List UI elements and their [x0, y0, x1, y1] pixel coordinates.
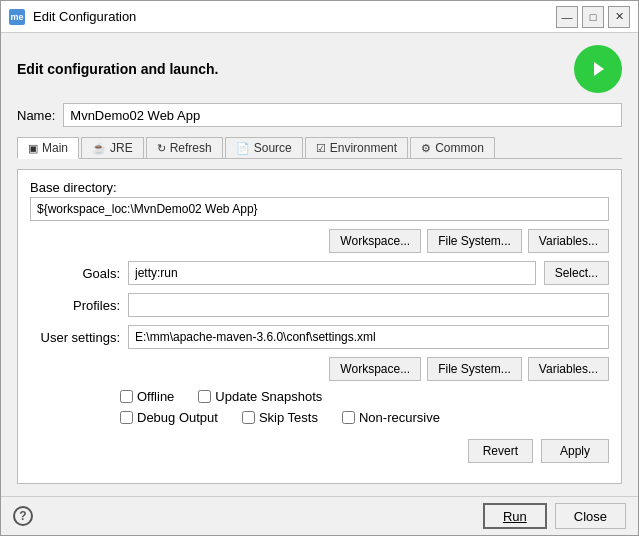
non-recursive-checkbox-item[interactable]: Non-recursive [342, 410, 440, 425]
base-directory-label: Base directory: [30, 180, 609, 195]
name-input[interactable] [63, 103, 622, 127]
checkbox-row-1: Offline Update Snapshots [120, 389, 609, 404]
tab-environment-label: Environment [330, 141, 397, 155]
tab-bar: ▣ Main ☕ JRE ↻ Refresh 📄 Source ☑ Enviro… [17, 137, 622, 159]
tab-refresh-label: Refresh [170, 141, 212, 155]
bottom-buttons: Revert Apply [30, 433, 609, 463]
file-system-button-1[interactable]: File System... [427, 229, 522, 253]
workspace-button-2[interactable]: Workspace... [329, 357, 421, 381]
update-snapshots-checkbox-item[interactable]: Update Snapshots [198, 389, 322, 404]
user-settings-buttons: Workspace... File System... Variables... [30, 357, 609, 381]
non-recursive-checkbox[interactable] [342, 411, 355, 424]
workspace-button-1[interactable]: Workspace... [329, 229, 421, 253]
maximize-button[interactable]: □ [582, 6, 604, 28]
go-button[interactable] [574, 45, 622, 93]
base-directory-section: Base directory: [30, 180, 609, 221]
tab-main-label: Main [42, 141, 68, 155]
select-button[interactable]: Select... [544, 261, 609, 285]
user-settings-input[interactable] [128, 325, 609, 349]
skip-tests-label: Skip Tests [259, 410, 318, 425]
minimize-button[interactable]: — [556, 6, 578, 28]
name-label: Name: [17, 108, 55, 123]
tab-common[interactable]: ⚙ Common [410, 137, 495, 158]
tab-refresh[interactable]: ↻ Refresh [146, 137, 223, 158]
tab-jre[interactable]: ☕ JRE [81, 137, 144, 158]
offline-checkbox[interactable] [120, 390, 133, 403]
update-snapshots-checkbox[interactable] [198, 390, 211, 403]
profiles-input[interactable] [128, 293, 609, 317]
base-directory-input[interactable] [30, 197, 609, 221]
user-settings-label: User settings: [30, 330, 120, 345]
goals-row: Goals: Select... [30, 261, 609, 285]
main-window: me Edit Configuration — □ ✕ Edit configu… [0, 0, 639, 536]
non-recursive-label: Non-recursive [359, 410, 440, 425]
window-controls: — □ ✕ [556, 6, 630, 28]
variables-button-1[interactable]: Variables... [528, 229, 609, 253]
checkbox-group: Offline Update Snapshots Debug Output Sk… [30, 389, 609, 425]
tab-environment[interactable]: ☑ Environment [305, 137, 408, 158]
main-tab-icon: ▣ [28, 142, 38, 155]
close-window-button[interactable]: ✕ [608, 6, 630, 28]
help-button[interactable]: ? [13, 506, 33, 526]
arrow-right-icon [586, 57, 610, 81]
dialog-title: Edit configuration and launch. [17, 61, 218, 77]
skip-tests-checkbox-item[interactable]: Skip Tests [242, 410, 318, 425]
run-button[interactable]: Run [483, 503, 547, 529]
title-bar: me Edit Configuration — □ ✕ [1, 1, 638, 33]
close-button[interactable]: Close [555, 503, 626, 529]
refresh-tab-icon: ↻ [157, 142, 166, 155]
common-tab-icon: ⚙ [421, 142, 431, 155]
profiles-label: Profiles: [30, 298, 120, 313]
window-title: Edit Configuration [33, 9, 548, 24]
app-icon: me [9, 9, 25, 25]
dialog-footer: ? Run Close [1, 496, 638, 535]
tab-source-label: Source [254, 141, 292, 155]
main-panel: Base directory: Workspace... File System… [17, 169, 622, 484]
debug-output-checkbox-item[interactable]: Debug Output [120, 410, 218, 425]
footer-buttons: Run Close [483, 503, 626, 529]
name-row: Name: [17, 103, 622, 127]
tab-jre-label: JRE [110, 141, 133, 155]
environment-tab-icon: ☑ [316, 142, 326, 155]
source-tab-icon: 📄 [236, 142, 250, 155]
header-row: Edit configuration and launch. [17, 45, 622, 93]
apply-button[interactable]: Apply [541, 439, 609, 463]
user-settings-row: User settings: [30, 325, 609, 349]
dialog-content: Edit configuration and launch. Name: ▣ M… [1, 33, 638, 496]
debug-output-label: Debug Output [137, 410, 218, 425]
revert-button[interactable]: Revert [468, 439, 533, 463]
offline-checkbox-item[interactable]: Offline [120, 389, 174, 404]
jre-tab-icon: ☕ [92, 142, 106, 155]
debug-output-checkbox[interactable] [120, 411, 133, 424]
profiles-row: Profiles: [30, 293, 609, 317]
skip-tests-checkbox[interactable] [242, 411, 255, 424]
variables-button-2[interactable]: Variables... [528, 357, 609, 381]
tab-source[interactable]: 📄 Source [225, 137, 303, 158]
goals-input[interactable] [128, 261, 536, 285]
checkbox-row-2: Debug Output Skip Tests Non-recursive [120, 410, 609, 425]
goals-label: Goals: [30, 266, 120, 281]
base-directory-buttons: Workspace... File System... Variables... [30, 229, 609, 253]
update-snapshots-label: Update Snapshots [215, 389, 322, 404]
tab-main[interactable]: ▣ Main [17, 137, 79, 159]
offline-label: Offline [137, 389, 174, 404]
tab-common-label: Common [435, 141, 484, 155]
file-system-button-2[interactable]: File System... [427, 357, 522, 381]
